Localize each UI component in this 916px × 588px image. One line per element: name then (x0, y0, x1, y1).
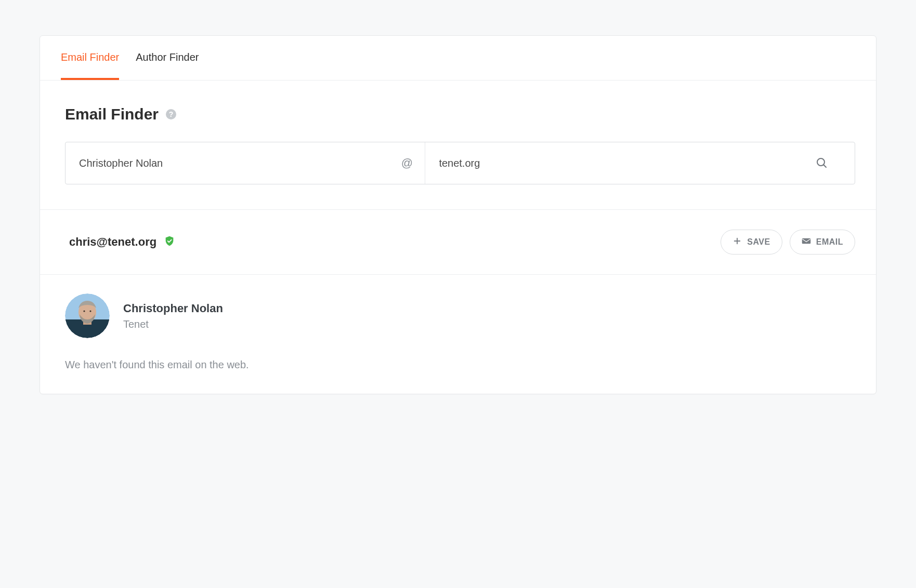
svg-point-11 (89, 310, 91, 312)
domain-input[interactable] (425, 142, 788, 184)
person-name: Christopher Nolan (123, 302, 223, 315)
person-section: Christopher Nolan Tenet We haven't found… (40, 275, 876, 394)
result-actions: SAVE EMAIL (721, 230, 855, 255)
save-button[interactable]: SAVE (721, 230, 782, 255)
tabs: Email Finder Author Finder (40, 36, 876, 81)
person-company: Tenet (123, 318, 223, 330)
heading-row: Email Finder ? (65, 105, 855, 123)
svg-rect-4 (802, 239, 810, 244)
svg-point-10 (83, 310, 85, 312)
person-text: Christopher Nolan Tenet (123, 302, 223, 330)
email-button[interactable]: EMAIL (790, 230, 855, 255)
not-found-note: We haven't found this email on the web. (65, 359, 855, 371)
envelope-icon (802, 236, 811, 248)
tab-author-finder[interactable]: Author Finder (136, 36, 199, 80)
plus-icon (732, 236, 742, 248)
search-input-group: @ (65, 142, 855, 184)
search-icon (815, 156, 828, 170)
at-separator: @ (389, 142, 425, 184)
search-section: Email Finder ? @ (40, 81, 876, 210)
email-button-label: EMAIL (816, 237, 843, 247)
result-email: chris@tenet.org (69, 235, 156, 249)
verified-shield-icon (164, 235, 175, 249)
person-row: Christopher Nolan Tenet (65, 293, 855, 338)
avatar (65, 293, 110, 338)
full-name-input[interactable] (66, 142, 389, 184)
result-row: chris@tenet.org SAVE (40, 210, 876, 275)
result-email-block: chris@tenet.org (69, 235, 175, 249)
search-button[interactable] (788, 142, 855, 184)
page-title: Email Finder (65, 105, 159, 123)
save-button-label: SAVE (747, 237, 770, 247)
tab-email-finder[interactable]: Email Finder (61, 36, 119, 80)
email-finder-card: Email Finder Author Finder Email Finder … (40, 35, 876, 394)
help-icon[interactable]: ? (166, 109, 176, 119)
svg-line-1 (824, 165, 827, 167)
